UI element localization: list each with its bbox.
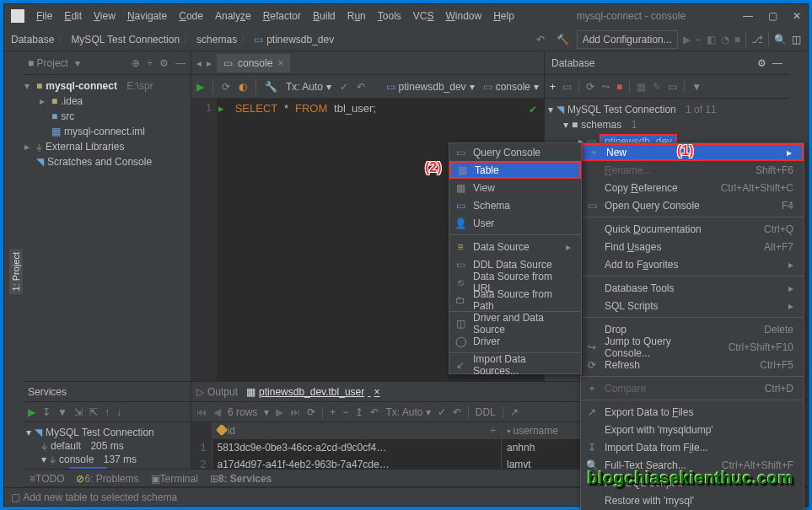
svc-filter-icon[interactable]: ▼ [57,406,67,418]
next-tab-icon[interactable]: ▸ [207,57,212,69]
tree-scratches[interactable]: ◥Scratches and Console [24,154,189,169]
wrench-icon[interactable]: 🔧 [265,81,277,93]
ctx-find-usages[interactable]: Find UsagesAlt+F7 [581,238,804,255]
sidebar-tab-structure[interactable]: 7: Structure [0,432,1,487]
hammer-icon[interactable]: 🔨 [555,34,572,46]
git-icon[interactable]: ⎇ [751,34,763,46]
profile-icon[interactable]: ◔ [721,34,729,46]
crumb-database[interactable]: Database [11,34,54,46]
svc-tab-result[interactable]: ▦ptinewsdb_dev.tbl_user × [246,386,380,398]
ctx-restore[interactable]: Restore with 'mysql' [581,491,804,509]
close-tab-icon[interactable]: × [277,57,283,69]
svc-expand-icon[interactable]: ⇲ [74,406,83,418]
sub-driver[interactable]: ◯Driver [449,332,581,350]
svc-tab-output[interactable]: ▷Output [196,386,238,398]
ddl-button[interactable]: DDL [476,406,496,418]
ctx-import-file[interactable]: ↧Import Data from File... [581,438,804,456]
revert-rows-icon[interactable]: ↶ [370,406,379,418]
hide-icon[interactable]: — [175,57,186,69]
btab-todo[interactable]: ≡TODO [30,473,64,485]
db-schemas-node[interactable]: ▾■schemas 1 [548,117,786,132]
svc-tree-icon[interactable]: ↧ [42,406,51,418]
crumb-schemas[interactable]: schemas [196,34,237,46]
svc-run-icon[interactable]: ▶ [28,406,35,418]
settings-icon[interactable]: ⟳ [222,81,230,93]
gear-icon[interactable]: ⚙ [159,57,169,69]
sync-icon[interactable]: ⤳ [601,81,610,93]
btab-problems[interactable]: ⊘6: Problems [76,473,138,485]
ctx-add-favorites[interactable]: Add to Favorites▸ [581,255,804,273]
svc-collapse-icon[interactable]: ⇱ [89,406,98,418]
close-result-icon[interactable]: × [374,386,380,398]
minimize-button[interactable]: — [743,10,753,22]
first-page-icon[interactable]: ⏮ [196,406,207,418]
ctx-jump-console[interactable]: ↪Jump to Query Console...Ctrl+Shift+F10 [581,338,804,356]
prev-page-icon[interactable]: ◀ [213,406,221,418]
next-page-icon[interactable]: ▶ [276,406,283,418]
ctx-database-tools[interactable]: Database Tools▸ [581,279,804,297]
tx-mode-combo[interactable]: Tx: Auto ▾ [286,81,331,93]
sub-query-console[interactable]: ▭Query Console [449,143,581,161]
collapse-icon[interactable]: ⊕ [132,57,140,69]
grid-tx-combo[interactable]: Tx: Auto ▾ [385,406,430,418]
execute-icon[interactable]: ▶ [196,81,204,93]
tree-ext-libs[interactable]: ▸⏚External Libraries [24,139,189,154]
menu-file[interactable]: File [31,8,57,24]
crumb-schema[interactable]: ptinewsdb_dev [266,34,334,46]
tree-idea[interactable]: ▸■.idea [24,94,189,109]
add-row-icon[interactable]: + [330,406,336,418]
search-icon[interactable]: 🔍 [774,34,787,46]
btab-services[interactable]: ⊞8: Services [210,473,272,485]
schema-combo[interactable]: ▭ ptinewsdb_dev ▾ [386,81,475,93]
sub-import-ds[interactable]: ↙Import Data Sources... [449,356,581,373]
run-icon[interactable]: ▶ [683,34,691,46]
crumb-connection[interactable]: MySQL Test Connection [71,34,180,46]
prev-tab-icon[interactable]: ◂ [196,57,202,69]
svc-up-icon[interactable]: ↑ [105,406,110,418]
ctx-quick-doc[interactable]: Quick DocumentationCtrl+Q [581,220,804,238]
rollback-icon[interactable]: ↶ [357,81,365,93]
table-icon[interactable]: ▦ [637,81,646,93]
debug-icon[interactable]: ⌁ [696,34,702,46]
menu-run[interactable]: Run [342,8,371,24]
menu-analyze[interactable]: Analyze [210,8,256,24]
menu-navigate[interactable]: Navigate [122,8,172,24]
history-icon[interactable]: ◐ [239,81,247,93]
coverage-icon[interactable]: ◧ [707,34,716,46]
ctx-refresh[interactable]: ⟳RefreshCtrl+F5 [581,356,804,373]
ctx-rename[interactable]: Rename...Shift+F6 [581,161,804,179]
filter-icon[interactable]: ▼ [691,81,702,93]
commit-rows-icon[interactable]: ↥ [355,406,363,418]
sub-driver-ds[interactable]: ◫Driver and Data Source [449,314,581,332]
edit-icon[interactable]: ✎ [653,81,661,93]
svc-down-icon[interactable]: ↓ [116,406,121,418]
new-ds-icon[interactable]: + [550,81,556,93]
close-button[interactable]: ✕ [793,10,801,22]
svc-console-grp[interactable]: ▾⏚console 137 ms [26,453,187,466]
structure-icon[interactable]: ◫ [792,34,801,46]
menu-help[interactable]: Help [488,8,519,24]
sub-user[interactable]: 👤User [449,214,581,232]
run-config-combo[interactable]: Add Configuration... [577,30,678,49]
status-icon[interactable]: ▢ [11,491,20,503]
sub-table[interactable]: ▦Table [449,161,581,179]
scroll-icon[interactable]: ÷ [147,57,153,69]
tree-src[interactable]: ■src [24,109,189,124]
play-gutter-icon[interactable]: ▸ [218,102,224,115]
tree-iml[interactable]: ▦mysql-connect.iml [24,124,189,139]
maximize-button[interactable]: ▢ [768,10,777,22]
ctx-open-query-console[interactable]: ▭Open Query ConsoleF4 [581,196,804,214]
menu-view[interactable]: View [89,8,121,24]
menu-vcs[interactable]: VCS [408,8,439,24]
menu-edit[interactable]: Edit [59,8,87,24]
menu-window[interactable]: Window [440,8,487,24]
back-icon[interactable]: ↶ [531,31,550,48]
sub-schema[interactable]: ▭Schema [449,196,581,214]
stop-icon[interactable]: ■ [616,81,622,93]
btab-terminal[interactable]: ▣Terminal [151,473,198,485]
menu-build[interactable]: Build [308,8,341,24]
tree-root[interactable]: ▾■mysql-connect E:\spr [24,78,189,94]
ctx-export-files[interactable]: ↗Export Data to Files [581,403,804,421]
refresh-icon[interactable]: ⟳ [586,81,594,93]
console-open-icon[interactable]: ▭ [668,81,677,93]
